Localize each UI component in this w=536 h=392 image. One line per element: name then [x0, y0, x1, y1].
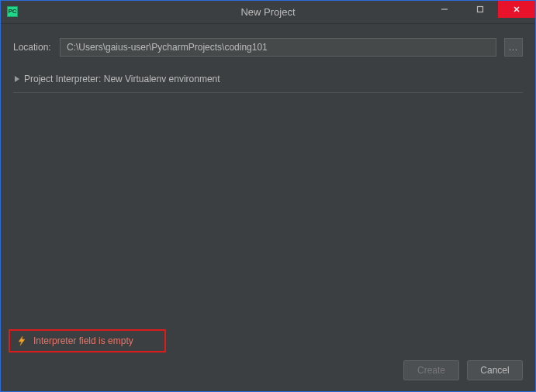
interpreter-expander[interactable]: Project Interpreter: New Virtualenv envi… [13, 70, 523, 88]
minimize-button[interactable] [427, 1, 462, 18]
footer-buttons: Create Cancel [403, 360, 523, 380]
svg-marker-4 [19, 336, 25, 346]
warning-bolt-icon [16, 335, 27, 346]
close-button[interactable] [498, 1, 535, 18]
location-label: Location: [13, 42, 52, 53]
location-row: Location: ... [13, 38, 523, 57]
maximize-button[interactable] [462, 1, 498, 18]
error-banner: Interpreter field is empty [9, 329, 166, 352]
browse-location-button[interactable]: ... [504, 38, 523, 57]
cancel-button[interactable]: Cancel [467, 360, 523, 380]
svg-rect-1 [478, 7, 483, 12]
spacer [13, 93, 523, 329]
content-area: Location: ... Project Interpreter: New V… [1, 24, 535, 391]
create-button[interactable]: Create [403, 360, 459, 380]
chevron-right-icon [15, 76, 19, 82]
error-message: Interpreter field is empty [33, 335, 133, 346]
window-title: New Project [240, 6, 295, 18]
window-controls [427, 1, 535, 18]
interpreter-expander-label: Project Interpreter: New Virtualenv envi… [24, 74, 220, 84]
pycharm-app-icon: PC [5, 5, 21, 20]
location-input[interactable] [60, 38, 496, 57]
titlebar: PC New Project [1, 1, 535, 24]
new-project-window: PC New Project Location: ... Project Int… [0, 0, 536, 392]
